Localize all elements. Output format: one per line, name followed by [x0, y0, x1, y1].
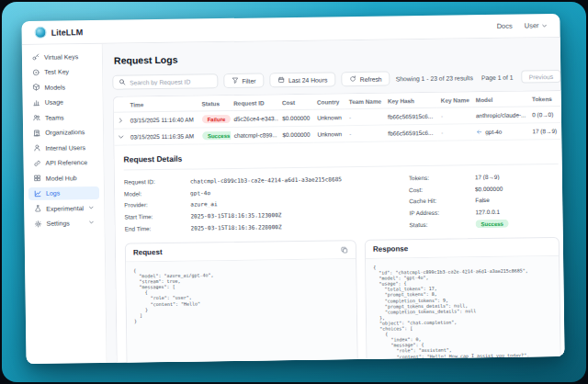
sidebar-item-virtual-keys[interactable]: Virtual Keys — [27, 50, 97, 63]
internal-users-icon — [33, 144, 40, 152]
user-menu-label: User — [525, 21, 539, 29]
experimental-icon — [34, 205, 41, 212]
field-label: Model: — [124, 189, 181, 197]
brand-name: LiteLLM — [51, 28, 84, 37]
field-label: End Time: — [125, 225, 182, 232]
start-time-value: 2025-03-15T18:16:35.123000Z — [190, 209, 400, 219]
provider-arrow-icon — [476, 129, 482, 135]
copy-icon[interactable] — [341, 246, 348, 254]
cell-country: Unknown — [313, 126, 345, 142]
cost-value: $0.000000 — [475, 184, 559, 191]
request-panel-title: Request — [133, 248, 163, 256]
refresh-button[interactable]: Refresh — [341, 72, 390, 87]
response-json: { "id": "chatcmpl-c899c1b3-ca2e-4214-a6d… — [373, 262, 553, 363]
stage: LiteLLM Docs User Virtual Keys Test Ke — [0, 0, 588, 384]
response-json-body: { "id": "chatcmpl-c899c1b3-ca2e-4214-a6d… — [366, 256, 560, 363]
expand-row-button[interactable] — [114, 112, 127, 129]
sidebar-item-logs[interactable]: Logs — [28, 186, 99, 199]
cell-team-name: - — [345, 125, 384, 142]
column-header-key-name: Key Name — [437, 92, 472, 107]
refresh-button-label: Refresh — [360, 75, 382, 82]
request-details-section: Request Details Request ID: chatcmpl-c89… — [114, 140, 564, 363]
cell-request-id: chatcmpl-c899... — [231, 127, 279, 144]
field-label: Cache Hit: — [409, 197, 466, 204]
search-box[interactable] — [112, 73, 218, 90]
sidebar-item-label: Usage — [45, 98, 63, 105]
column-header-model: Model — [472, 91, 528, 107]
sidebar-item-label: Experimental — [46, 205, 84, 212]
sidebar-item-label: Teams — [45, 114, 64, 120]
cell-country: Unknown — [313, 109, 345, 126]
column-header-time: Time — [126, 96, 198, 112]
chevron-down-icon — [88, 220, 94, 226]
sidebar-item-internal-users[interactable]: Internal Users — [28, 141, 98, 154]
sidebar-item-label: API Reference — [46, 159, 88, 166]
end-time-value: 2025-03-15T18:16:36.228000Z — [191, 221, 401, 231]
sidebar-item-model-hub[interactable]: Model Hub — [28, 171, 99, 185]
status-badge: Success — [475, 220, 508, 229]
chevron-down-icon — [542, 23, 548, 28]
field-label: Start Time: — [124, 212, 181, 220]
logs-icon — [34, 189, 41, 197]
api-reference-icon — [34, 159, 41, 166]
logs-card: Time Status Request ID Cost Country Team… — [113, 90, 565, 363]
teams-icon — [33, 114, 40, 121]
cell-time: 03/15/2025 11:16:35 AM — [127, 128, 198, 145]
provider-value: azure_ai — [190, 198, 400, 207]
request-details-fields: Request ID: chatcmpl-c899c1b3-ca2e-4214-… — [124, 173, 560, 233]
sidebar-item-api-reference[interactable]: API Reference — [28, 155, 98, 169]
request-json: { "model": "azure_ai/gpt-4o", "stream": … — [133, 265, 349, 323]
request-json-body: { "model": "azure_ai/gpt-4o", "stream": … — [126, 259, 357, 363]
collapse-row-button[interactable] — [114, 129, 127, 145]
field-label: Tokens: — [409, 174, 466, 181]
model-value: gpt-4o — [190, 186, 400, 196]
cell-tokens: 17 (8→9) — [528, 122, 563, 140]
cell-time: 03/15/2025 11:16:40 AM — [127, 111, 198, 129]
field-label: Cost: — [409, 186, 466, 193]
docs-link[interactable]: Docs — [497, 22, 513, 30]
sidebar-item-models[interactable]: Models — [27, 80, 97, 94]
column-header-status: Status — [198, 96, 230, 111]
sidebar-item-label: Model Hub — [46, 175, 77, 181]
search-icon — [119, 79, 126, 86]
previous-page-button[interactable]: Previous — [522, 70, 561, 84]
user-menu[interactable]: User — [525, 21, 548, 29]
main-content: Request Logs Filter Last 24 Hours — [103, 38, 565, 363]
cell-cost: $0.000000 — [278, 126, 313, 143]
sidebar-item-label: Models — [44, 84, 65, 90]
cell-key-hash: fb66c565915c6... — [384, 107, 437, 125]
sidebar-item-label: Internal Users — [45, 144, 85, 152]
cell-status: Success — [198, 127, 231, 143]
field-label: Status: — [410, 220, 467, 228]
sidebar-item-organizations[interactable]: Organizations — [28, 125, 98, 139]
field-label: Request ID: — [124, 178, 181, 186]
sidebar-item-test-key[interactable]: Test Key — [27, 64, 97, 78]
sidebar-item-usage[interactable]: Usage — [28, 95, 98, 108]
sidebar: Virtual Keys Test Key Models Usage Teams — [22, 44, 107, 364]
cell-model: anthropic/claude-... — [472, 107, 528, 124]
models-icon — [32, 84, 40, 91]
usage-chart-icon — [33, 98, 40, 106]
sidebar-item-settings[interactable]: Settings — [28, 216, 99, 230]
sidebar-item-experimental[interactable]: Experimental — [28, 201, 99, 215]
cell-key-name: - — [437, 124, 472, 141]
settings-gear-icon — [34, 220, 41, 227]
filter-button-label: Filter — [242, 77, 255, 84]
key-icon — [32, 53, 40, 61]
sidebar-item-teams[interactable]: Teams — [28, 110, 98, 124]
column-header-cost: Cost — [278, 95, 313, 110]
search-input[interactable] — [130, 78, 211, 85]
time-range-button[interactable]: Last 24 Hours — [269, 72, 335, 87]
column-header-team-name: Team Name — [345, 94, 384, 109]
chevron-down-icon — [118, 133, 124, 140]
app-window: LiteLLM Docs User Virtual Keys Test Ke — [21, 14, 564, 364]
json-panels: Request { "model": "azure_ai/gpt-4o", "s… — [125, 237, 561, 363]
cell-status: Failure — [198, 110, 231, 127]
filter-button[interactable]: Filter — [223, 73, 265, 88]
page-title: Request Logs — [114, 49, 560, 66]
organizations-icon — [33, 129, 40, 136]
cell-key-name: - — [437, 107, 472, 125]
request-id-value: chatcmpl-c899c1b3-ca2e-4214-a6d1-a3ae215… — [190, 175, 400, 184]
pagination: Showing 1 - 23 of 23 results Page 1 of 1… — [395, 70, 560, 85]
cell-model: gpt-4o — [472, 123, 528, 141]
